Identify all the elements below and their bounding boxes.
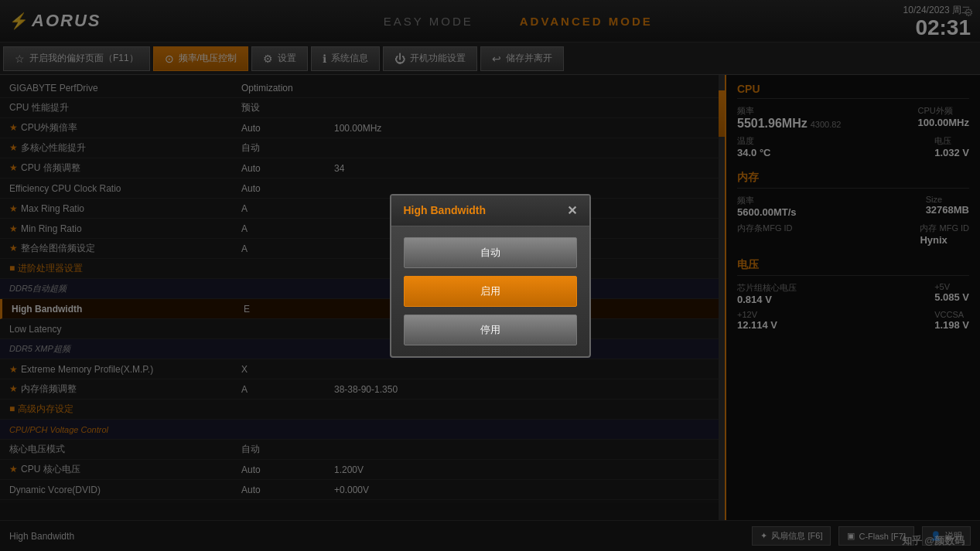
- modal-dialog: High Bandwidth ✕ 自动 启用 停用: [390, 194, 591, 358]
- modal-header: High Bandwidth ✕: [391, 196, 589, 226]
- modal-title: High Bandwidth: [404, 204, 487, 216]
- modal-auto-button[interactable]: 自动: [404, 237, 577, 268]
- modal-overlay: High Bandwidth ✕ 自动 启用 停用: [0, 0, 980, 551]
- modal-disable-button[interactable]: 停用: [404, 315, 577, 345]
- modal-close-button[interactable]: ✕: [567, 203, 577, 218]
- modal-body: 自动 启用 停用: [391, 226, 589, 356]
- modal-enable-button[interactable]: 启用: [404, 276, 577, 307]
